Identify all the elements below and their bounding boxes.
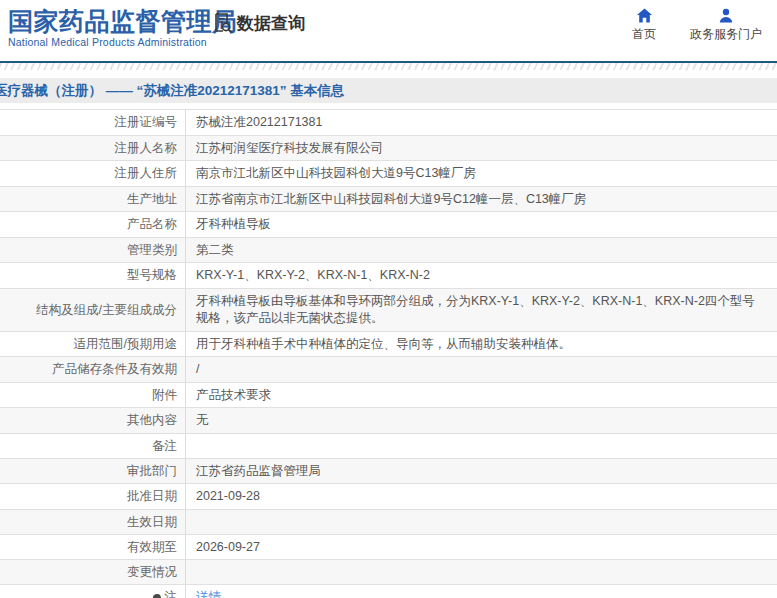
- row-label: 变更情况: [0, 560, 186, 584]
- row-label: 适用范围/预期用途: [0, 332, 186, 357]
- table-row: 结构及组成/主要组成成分牙科种植导板由导板基体和导环两部分组成，分为KRX-Y-…: [0, 289, 777, 332]
- table-row: 变更情况: [0, 560, 777, 585]
- table-row: 批准日期2021-09-28: [0, 484, 777, 510]
- details-link[interactable]: 详情: [196, 589, 221, 598]
- row-label: 产品储存条件及有效期: [0, 357, 186, 382]
- table-row: 适用范围/预期用途用于牙科种植手术中种植体的定位、导向等，从而辅助安装种植体。: [0, 332, 777, 358]
- nmpa-logo[interactable]: 国家药品监督管理局 National Medical Products Admi…: [8, 7, 238, 48]
- row-label: 管理类别: [0, 238, 186, 263]
- row-label: 注册证编号: [0, 110, 186, 135]
- row-value: 无: [196, 412, 763, 430]
- top-nav: 首页 政务服务门户: [632, 8, 762, 43]
- nav-portal[interactable]: 政务服务门户: [690, 8, 762, 43]
- row-value: 南京市江北新区中山科技园科创大道9号C13幢厂房: [196, 165, 763, 183]
- row-value: 第二类: [196, 242, 763, 260]
- row-value: 江苏省药品监督管理局: [196, 463, 763, 481]
- row-label: 批准日期: [0, 484, 186, 509]
- row-value: 苏械注准20212171381: [196, 114, 763, 132]
- table-row: 产品储存条件及有效期/: [0, 357, 777, 383]
- nav-home[interactable]: 首页: [632, 8, 656, 43]
- logo-subtitle: National Medical Products Administration: [8, 36, 238, 48]
- table-row: 生效日期: [0, 510, 777, 535]
- table-row: 产品名称牙科种植导板: [0, 212, 777, 238]
- document-search-icon: [210, 11, 234, 35]
- table-row: 注册人住所南京市江北新区中山科技园科创大道9号C13幢厂房: [0, 161, 777, 187]
- row-label: 生效日期: [0, 510, 186, 534]
- row-label: 型号规格: [0, 263, 186, 288]
- logo-title: 国家药品监督管理局: [8, 7, 238, 35]
- row-label: 产品名称: [0, 212, 186, 237]
- row-label: 注册人名称: [0, 136, 186, 161]
- row-value: 牙科种植导板: [196, 216, 763, 234]
- row-label: 结构及组成/主要组成成分: [0, 289, 186, 331]
- table-row: 注详情: [0, 585, 777, 598]
- row-label: 生产地址: [0, 187, 186, 212]
- info-table: 注册证编号苏械注准20212171381注册人名称江苏柯润玺医疗科技发展有限公司…: [0, 109, 777, 598]
- row-value: 2021-09-28: [196, 488, 763, 506]
- row-value: 牙科种植导板由导板基体和导环两部分组成，分为KRX-Y-1、KRX-Y-2、KR…: [196, 293, 763, 328]
- row-label: 注册人住所: [0, 161, 186, 186]
- page-title: 医疗器械（注册） —— “苏械注准20212171381” 基本信息: [0, 82, 344, 100]
- row-label: 有效期至: [0, 535, 186, 560]
- table-row: 审批部门江苏省药品监督管理局: [0, 459, 777, 485]
- table-row: 其他内容无: [0, 408, 777, 434]
- row-label: 审批部门: [0, 459, 186, 484]
- table-row: 管理类别第二类: [0, 238, 777, 264]
- table-row: 注册人名称江苏柯润玺医疗科技发展有限公司: [0, 136, 777, 162]
- table-row: 有效期至2026-09-27: [0, 535, 777, 561]
- row-value: 用于牙科种植手术中种植体的定位、导向等，从而辅助安装种植体。: [196, 336, 763, 354]
- row-label: 注: [0, 585, 186, 598]
- row-value: 产品技术要求: [196, 387, 763, 405]
- table-row: 备注: [0, 434, 777, 459]
- row-label: 备注: [0, 434, 186, 458]
- page-title-bar: 医疗器械（注册） —— “苏械注准20212171381” 基本信息: [0, 78, 777, 103]
- table-row: 型号规格KRX-Y-1、KRX-Y-2、KRX-N-1、KRX-N-2: [0, 263, 777, 289]
- row-label: 其他内容: [0, 408, 186, 433]
- table-row: 注册证编号苏械注准20212171381: [0, 110, 777, 136]
- hatch-pattern-strip: [0, 63, 777, 70]
- row-value: 2026-09-27: [196, 539, 763, 557]
- nav-home-label: 首页: [632, 26, 656, 43]
- table-row: 附件产品技术要求: [0, 383, 777, 409]
- note-icon: [152, 593, 161, 598]
- data-query-label: 数据查询: [237, 12, 305, 35]
- table-row: 生产地址江苏省南京市江北新区中山科技园科创大道9号C12幢一层、C13幢厂房: [0, 187, 777, 213]
- nav-portal-label: 政务服务门户: [690, 26, 762, 43]
- user-icon: [718, 8, 734, 23]
- row-value: KRX-Y-1、KRX-Y-2、KRX-N-1、KRX-N-2: [196, 267, 763, 285]
- row-label: 附件: [0, 383, 186, 408]
- home-icon: [636, 8, 653, 23]
- row-value: 江苏省南京市江北新区中山科技园科创大道9号C12幢一层、C13幢厂房: [196, 191, 763, 209]
- data-query-tab[interactable]: 数据查询: [210, 11, 305, 35]
- row-value: /: [196, 361, 763, 379]
- row-value: 江苏柯润玺医疗科技发展有限公司: [196, 140, 763, 158]
- site-header: 国家药品监督管理局 National Medical Products Admi…: [0, 0, 777, 61]
